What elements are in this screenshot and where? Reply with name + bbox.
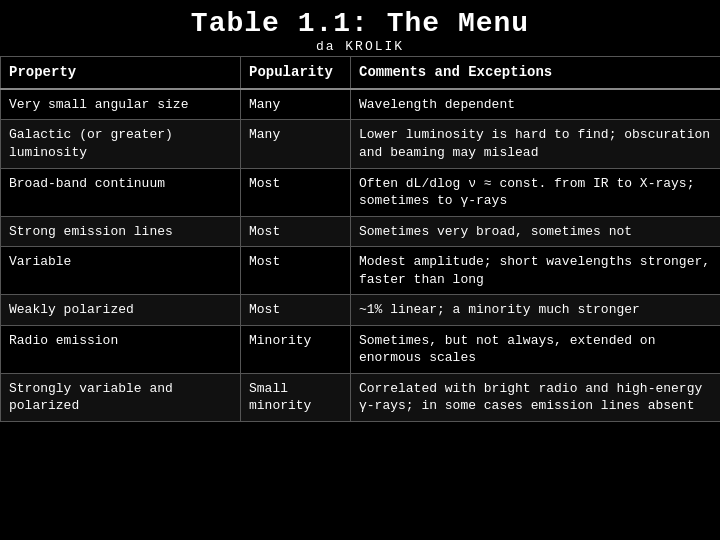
page-title: Table 1.1: The Menu [0,8,720,39]
cell-popularity: Most [241,216,351,247]
cell-property: Galactic (or greater) luminosity [1,120,241,168]
table-row: Strongly variable and polarizedSmall min… [1,373,721,421]
cell-property: Radio emission [1,325,241,373]
cell-popularity: Most [241,168,351,216]
cell-comments: Wavelength dependent [351,89,721,120]
page-subtitle: da KROLIK [0,39,720,54]
table-row: Galactic (or greater) luminosityManyLowe… [1,120,721,168]
cell-popularity: Many [241,89,351,120]
cell-popularity: Most [241,247,351,295]
cell-comments: Sometimes, but not always, extended on e… [351,325,721,373]
cell-property: Strong emission lines [1,216,241,247]
page-header: Table 1.1: The Menu da KROLIK [0,0,720,56]
table-row: Very small angular sizeManyWavelength de… [1,89,721,120]
cell-comments: Often dL/dlog ν ≈ const. from IR to X-ra… [351,168,721,216]
cell-property: Weakly polarized [1,295,241,326]
table-row: Strong emission linesMostSometimes very … [1,216,721,247]
cell-property: Broad-band continuum [1,168,241,216]
cell-property: Strongly variable and polarized [1,373,241,421]
table-header-row: Property Popularity Comments and Excepti… [1,57,721,89]
cell-comments: ~1% linear; a minority much stronger [351,295,721,326]
table-row: VariableMostModest amplitude; short wave… [1,247,721,295]
col-header-comments: Comments and Exceptions [351,57,721,89]
cell-property: Very small angular size [1,89,241,120]
cell-popularity: Small minority [241,373,351,421]
table-row: Weakly polarizedMost~1% linear; a minori… [1,295,721,326]
main-table: Property Popularity Comments and Excepti… [0,56,720,422]
cell-comments: Lower luminosity is hard to find; obscur… [351,120,721,168]
cell-popularity: Most [241,295,351,326]
table-row: Broad-band continuumMostOften dL/dlog ν … [1,168,721,216]
table-row: Radio emissionMinoritySometimes, but not… [1,325,721,373]
col-header-popularity: Popularity [241,57,351,89]
col-header-property: Property [1,57,241,89]
cell-property: Variable [1,247,241,295]
cell-popularity: Minority [241,325,351,373]
cell-comments: Modest amplitude; short wavelengths stro… [351,247,721,295]
cell-comments: Sometimes very broad, sometimes not [351,216,721,247]
cell-popularity: Many [241,120,351,168]
cell-comments: Correlated with bright radio and high-en… [351,373,721,421]
